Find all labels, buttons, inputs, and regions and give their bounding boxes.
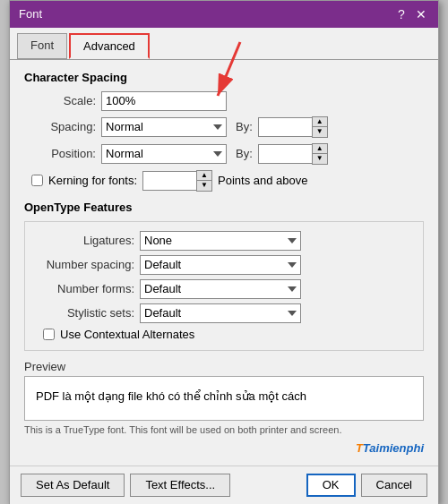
use-contextual-label: Use Contextual Alternates — [60, 328, 194, 341]
spacing-select[interactable]: Normal Expanded Condensed — [101, 117, 227, 137]
cancel-button[interactable]: Cancel — [361, 474, 427, 497]
preview-text: PDF là một dạng file khó có thể chỉnh sử… — [36, 389, 306, 403]
tab-bar: Font Advanced — [10, 28, 438, 60]
preview-caption: This is a TrueType font. This font will … — [24, 424, 424, 435]
scale-label: Scale: — [24, 94, 96, 107]
preview-section: Preview PDF là một dạng file khó có thể … — [24, 360, 424, 435]
tab-advanced[interactable]: Advanced — [69, 33, 150, 59]
stylistic-sets-row: Stylistic sets: Default — [36, 303, 412, 323]
watermark-text: TTaimienphi — [356, 441, 424, 455]
kerning-label: Kerning for fonts: — [48, 174, 137, 187]
preview-box: PDF là một dạng file khó có thể chỉnh sử… — [24, 376, 424, 421]
dialog-content: Character Spacing Scale: Spacing: — [10, 60, 438, 466]
spacing-by-spinbtns: ▲ ▼ — [312, 116, 328, 138]
character-spacing-title: Character Spacing — [24, 71, 424, 84]
stylistic-sets-select[interactable]: Default — [140, 303, 301, 323]
kerning-input[interactable] — [142, 171, 196, 191]
watermark-area: TTaimienphi — [24, 437, 424, 455]
close-button[interactable]: ✕ — [413, 6, 429, 22]
use-contextual-checkbox[interactable] — [43, 329, 55, 340]
footer-left: Set As Default Text Effects... — [21, 474, 230, 497]
kerning-up[interactable]: ▲ — [197, 171, 211, 181]
scale-wrapper — [101, 91, 227, 111]
position-by-up[interactable]: ▲ — [313, 144, 327, 154]
footer-right: OK Cancel — [306, 474, 427, 497]
opentype-section: Ligatures: None Standard Only Standard a… — [24, 221, 424, 351]
number-spacing-select[interactable]: Default Proportional Tabular — [140, 255, 301, 275]
position-by-spinbox: ▲ ▼ — [258, 143, 328, 165]
position-by-input[interactable] — [258, 144, 312, 164]
spacing-row: Spacing: Normal Expanded Condensed By: ▲… — [24, 116, 424, 138]
kerning-row: Kerning for fonts: ▲ ▼ Points and above — [31, 170, 424, 192]
spacing-by-input[interactable] — [258, 117, 312, 137]
position-by-label: By: — [236, 147, 253, 160]
ligatures-row: Ligatures: None Standard Only Standard a… — [36, 231, 412, 251]
kerning-down[interactable]: ▼ — [197, 181, 211, 191]
scale-input[interactable] — [101, 91, 227, 111]
position-by-spinbtns: ▲ ▼ — [312, 143, 328, 165]
font-dialog: Font ? ✕ Font Advanced Character Spacing… — [9, 0, 439, 504]
position-label: Position: — [24, 147, 96, 160]
title-bar: Font ? ✕ — [10, 1, 438, 28]
opentype-title: OpenType Features — [24, 201, 424, 214]
title-bar-buttons: ? ✕ — [393, 6, 429, 22]
dialog-title: Font — [19, 7, 42, 21]
spacing-by-down[interactable]: ▼ — [313, 127, 327, 137]
kerning-checkbox[interactable] — [31, 175, 43, 186]
spacing-label: Spacing: — [24, 120, 96, 133]
set-as-default-button[interactable]: Set As Default — [21, 474, 125, 497]
ok-button[interactable]: OK — [306, 474, 356, 497]
spacing-by-label: By: — [236, 120, 253, 133]
number-forms-row: Number forms: Default Lining Old-style — [36, 279, 412, 299]
stylistic-sets-label: Stylistic sets: — [36, 306, 134, 320]
scale-row: Scale: — [24, 91, 424, 111]
position-select[interactable]: Normal Raised Lowered — [101, 144, 227, 164]
position-row: Position: Normal Raised Lowered By: ▲ ▼ — [24, 143, 424, 165]
text-effects-button[interactable]: Text Effects... — [130, 474, 230, 497]
help-button[interactable]: ? — [393, 6, 409, 22]
tab-font[interactable]: Font — [17, 33, 67, 59]
points-label: Points and above — [218, 174, 307, 187]
kerning-spinbox: ▲ ▼ — [142, 170, 212, 192]
spacing-by-spinbox: ▲ ▼ — [258, 116, 328, 138]
number-spacing-row: Number spacing: Default Proportional Tab… — [36, 255, 412, 275]
ligatures-select[interactable]: None Standard Only Standard and Contextu… — [140, 231, 301, 251]
dialog-footer: Set As Default Text Effects... OK Cancel — [10, 466, 438, 504]
preview-label: Preview — [24, 360, 424, 373]
spacing-by-up[interactable]: ▲ — [313, 117, 327, 127]
number-forms-select[interactable]: Default Lining Old-style — [140, 279, 301, 299]
number-spacing-label: Number spacing: — [36, 258, 134, 271]
position-by-down[interactable]: ▼ — [313, 154, 327, 164]
use-contextual-row: Use Contextual Alternates — [43, 328, 412, 341]
number-forms-label: Number forms: — [36, 282, 134, 295]
kerning-spinbtns: ▲ ▼ — [196, 170, 212, 192]
ligatures-label: Ligatures: — [36, 234, 134, 247]
